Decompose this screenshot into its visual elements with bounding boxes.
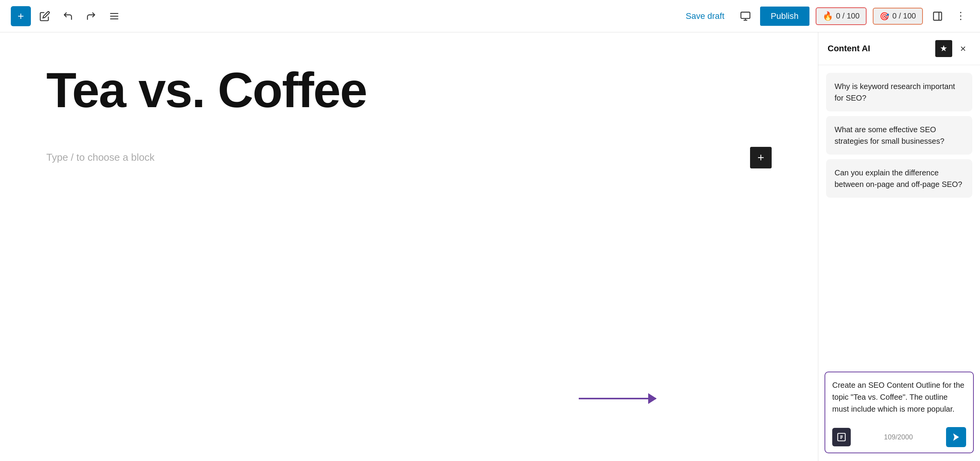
toolbar-right: Save draft Publish 🔥 0 / 100 🎯 0 / 100 — [679, 7, 969, 26]
add-block-inline-button[interactable]: + — [750, 147, 772, 168]
redo-icon — [86, 11, 96, 22]
save-draft-button[interactable]: Save draft — [679, 8, 730, 24]
document-overview-button[interactable] — [105, 7, 123, 25]
sidebar-icon — [932, 11, 943, 22]
input-box: 109/2000 — [825, 372, 974, 453]
star-button[interactable]: ★ — [935, 40, 952, 57]
panel-header: Content AI ★ × — [818, 32, 980, 65]
document-insert-icon — [836, 432, 847, 442]
send-button[interactable] — [946, 427, 966, 447]
char-count: 109/2000 — [884, 433, 913, 441]
post-title[interactable]: Tea vs. Coffee — [46, 63, 772, 118]
svg-rect-3 — [741, 12, 750, 18]
suggestion-text-1: Why is keyword research important for SE… — [835, 82, 955, 102]
target-icon: 🎯 — [880, 12, 889, 21]
close-icon: × — [960, 43, 966, 55]
send-icon — [951, 432, 961, 442]
more-options-button[interactable]: ⋮ — [952, 8, 969, 25]
insert-content-button[interactable] — [832, 428, 851, 446]
arrow-line — [579, 398, 656, 399]
undo-icon — [63, 11, 73, 22]
suggestion-card-3[interactable]: Can you explain the difference between o… — [826, 159, 972, 198]
panel-header-actions: ★ × — [935, 40, 971, 57]
arrow-indicator — [579, 398, 656, 399]
main-layout: Tea vs. Coffee Type / to choose a block … — [0, 32, 980, 461]
redo-button[interactable] — [82, 7, 100, 25]
ai-prompt-input[interactable] — [832, 379, 966, 422]
toolbar-left: + — [11, 6, 675, 26]
input-footer: 109/2000 — [832, 427, 966, 447]
edit-icon-button[interactable] — [35, 7, 54, 25]
ellipsis-icon: ⋮ — [956, 10, 966, 22]
undo-button[interactable] — [59, 7, 77, 25]
block-placeholder-text: Type / to choose a block — [46, 151, 154, 163]
suggestion-card-2[interactable]: What are some effective SEO strategies f… — [826, 116, 972, 155]
readability-score-value: 0 / 100 — [892, 12, 916, 20]
suggestion-text-2: What are some effective SEO strategies f… — [835, 125, 945, 145]
svg-marker-9 — [953, 433, 959, 441]
plus-icon: + — [757, 151, 764, 164]
star-icon: ★ — [940, 44, 948, 54]
publish-button[interactable]: Publish — [760, 7, 809, 26]
seo-score-value: 0 / 100 — [836, 12, 860, 20]
panel-input-area: 109/2000 — [818, 365, 980, 461]
preview-button[interactable] — [737, 8, 754, 25]
monitor-icon — [740, 11, 751, 22]
editor-area: Tea vs. Coffee Type / to choose a block … — [0, 32, 818, 461]
readability-score-badge[interactable]: 🎯 0 / 100 — [873, 8, 923, 25]
suggestion-card-1[interactable]: Why is keyword research important for SE… — [826, 73, 972, 111]
panel-title: Content AI — [828, 44, 870, 54]
flame-icon: 🔥 — [823, 11, 833, 21]
content-ai-panel: Content AI ★ × Why is keyword research i… — [818, 32, 980, 461]
toolbar: + — [0, 0, 980, 32]
list-icon — [109, 11, 120, 22]
suggestion-text-3: Can you explain the difference between o… — [835, 168, 962, 188]
seo-score-badge[interactable]: 🔥 0 / 100 — [816, 7, 867, 25]
panel-body: Why is keyword research important for SE… — [818, 65, 980, 365]
add-block-toolbar-button[interactable]: + — [11, 6, 31, 26]
pen-icon — [39, 11, 50, 22]
close-panel-button[interactable]: × — [955, 41, 971, 56]
sidebar-toggle-button[interactable] — [929, 8, 946, 25]
svg-rect-6 — [934, 12, 942, 20]
block-placeholder-row: Type / to choose a block + — [46, 141, 772, 175]
